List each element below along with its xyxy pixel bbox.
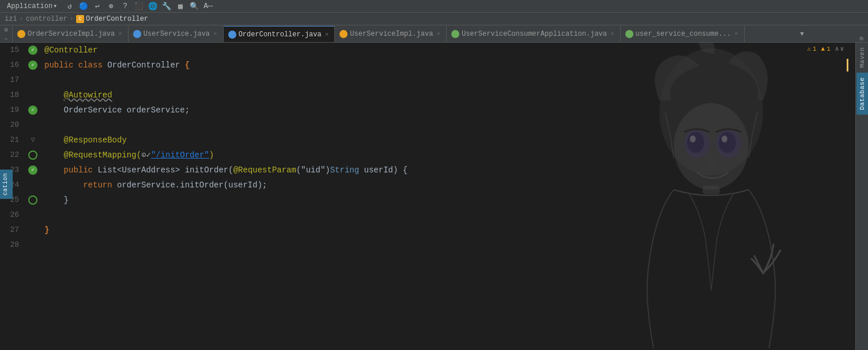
scroll-marker: [847, 59, 848, 71]
tab-label: UserServiceConsumerApplication.java: [462, 30, 607, 38]
toolbar-help-icon[interactable]: ?: [119, 0, 131, 13]
code-text-17: [40, 73, 855, 88]
tab-label: OrderController.java: [239, 31, 322, 39]
code-line-17: 17: [0, 73, 855, 88]
code-text-25: }: [40, 193, 855, 208]
error-count: 1: [827, 46, 831, 52]
code-line-18: 18 @Autowired: [0, 88, 855, 103]
breakpoint-circle-25[interactable]: [28, 195, 37, 205]
toolbar-settings-icon[interactable]: 🔧: [160, 0, 173, 13]
warning-nav[interactable]: ∧ ∨: [835, 45, 844, 52]
code-line-20: 20: [0, 118, 855, 133]
tab-icon-green: [451, 30, 459, 38]
tab-close-icon[interactable]: ×: [117, 30, 123, 38]
breadcrumb-controller[interactable]: controller: [26, 15, 67, 23]
gutter-22: [26, 148, 40, 163]
sidebar-tab-database[interactable]: Database: [856, 73, 868, 115]
gutter-16: ✓: [26, 58, 40, 73]
tab-icon-green: [625, 30, 633, 38]
toolbar-back-icon[interactable]: ↺: [63, 0, 76, 13]
code-text-19: OrderService orderService;: [40, 103, 855, 118]
code-text-22: @RequestMapping(⊙✓"/initOrder"): [40, 148, 855, 163]
tab-label: UserServiceImpl.java: [350, 30, 433, 38]
warning-triangle-icon: ⚠: [807, 45, 811, 52]
code-text-21: @ResponseBody: [40, 133, 855, 148]
tab-close-icon[interactable]: ×: [324, 31, 330, 39]
tab-label: UserService.java: [144, 30, 210, 38]
toolbar-undo-icon[interactable]: ↩: [91, 0, 104, 13]
settings-icon[interactable]: ⚙: [1, 26, 12, 33]
toolbar-blue-icon[interactable]: 🔵: [77, 0, 90, 13]
tab-ordercontroller[interactable]: OrderController.java ×: [224, 26, 335, 42]
menu-bar: Application ▼ ↺ 🔵 ↩ ⊕ ? ⬛ 🌐 🔧 ▦ 🔍 A↔: [0, 0, 868, 13]
gutter-15: ✓: [26, 43, 40, 58]
nav-down-icon[interactable]: ∨: [840, 45, 844, 52]
code-text-16: public class OrderController {: [40, 58, 855, 73]
gutter-20: [26, 118, 40, 133]
gutter-17: [26, 73, 40, 88]
tab-close-icon[interactable]: ×: [435, 30, 441, 38]
breadcrumb-izi[interactable]: izi: [5, 15, 17, 23]
tab-orderserviceimpl[interactable]: OrderServiceImpl.java ×: [13, 26, 129, 42]
tab-icon-orange: [339, 30, 348, 38]
line-num-28: 28: [0, 238, 26, 253]
toolbar-grid-icon[interactable]: ▦: [174, 0, 187, 13]
tab-userserviceconsumerapplication[interactable]: UserServiceConsumerApplication.java ×: [447, 26, 621, 42]
tab-label: OrderServiceImpl.java: [28, 30, 115, 38]
tab-close-icon[interactable]: ×: [212, 30, 218, 38]
code-text-28: [40, 238, 855, 253]
side-panel-cation[interactable]: cation: [0, 170, 13, 199]
warning-badge: ⚠ 1: [807, 45, 816, 52]
tab-icon-blue: [133, 30, 141, 38]
tabs-dropdown-button[interactable]: ▼: [797, 26, 807, 42]
code-line-15: 15 ✓ @Controller: [0, 43, 855, 58]
gutter-28: [26, 238, 40, 253]
toolbar-translate-icon[interactable]: A↔: [202, 0, 214, 13]
toolbar-search-icon[interactable]: 🔍: [188, 0, 201, 13]
breakpoint-icon-16[interactable]: ✓: [28, 61, 37, 70]
gutter-27: [26, 223, 40, 238]
breadcrumb-sep-2: ›: [70, 15, 74, 23]
sidebar-tab-maven[interactable]: Maven: [856, 43, 868, 73]
tab-userservice[interactable]: UserService.java ×: [129, 26, 224, 42]
tab-userserviceimpl[interactable]: UserServiceImpl.java ×: [335, 26, 447, 42]
line-num-26: 26: [0, 208, 26, 223]
tab-close-icon[interactable]: ×: [733, 30, 739, 38]
code-line-23: 23 ✓ public List<UserAddress> initOrder(…: [0, 163, 855, 178]
breakpoint-icon-23[interactable]: ✓: [28, 165, 37, 175]
toolbar-add-icon[interactable]: ⊕: [105, 0, 118, 13]
line-num-20: 20: [0, 118, 26, 133]
code-line-19: 19 ✓ OrderService orderService;: [0, 103, 855, 118]
tab-close-icon[interactable]: ×: [609, 30, 616, 38]
scroll-margin: [847, 43, 848, 350]
toolbar-web-icon[interactable]: 🌐: [146, 0, 159, 13]
minimize-icon[interactable]: –: [1, 35, 12, 42]
toolbar: ↺ 🔵 ↩ ⊕ ? ⬛ 🌐 🔧 ▦ 🔍 A↔: [63, 0, 214, 13]
error-badge: ▲ 1: [821, 46, 831, 52]
toolbar-stop-icon[interactable]: ⬛: [133, 0, 145, 13]
breakpoint-icon-19[interactable]: ✓: [28, 106, 37, 115]
breadcrumb-sep-1: ›: [20, 15, 24, 23]
nav-up-icon[interactable]: ∧: [835, 45, 839, 52]
gutter-25: [26, 193, 40, 208]
menu-application[interactable]: Application ▼: [2, 0, 61, 13]
code-line-26: 26: [0, 208, 855, 223]
breadcrumb-ordercontroller[interactable]: OrderController: [86, 15, 148, 23]
code-line-24: 24 return orderService.initOrder(userId)…: [0, 178, 855, 193]
code-text-20: [40, 118, 855, 133]
code-editor[interactable]: ⚠ 1 ▲ 1 ∧ ∨: [0, 43, 855, 350]
tab-icon-blue: [228, 31, 236, 39]
gutter-19: ✓: [26, 103, 40, 118]
warnings-bar: ⚠ 1 ▲ 1 ∧ ∨: [807, 45, 844, 52]
breadcrumb-class-icon: C: [76, 15, 84, 23]
code-text-27: }: [40, 223, 855, 238]
tab-userservice-consumer[interactable]: user_service_consume... ×: [621, 26, 745, 42]
code-text-18: @Autowired: [40, 88, 855, 103]
code-line-16: 16 ✓ public class OrderController {: [0, 58, 855, 73]
fold-arrow-21[interactable]: ▽: [31, 133, 35, 148]
main-area: cation ⚠ 1 ▲ 1 ∧ ∨: [0, 43, 868, 350]
breakpoint-icon-15[interactable]: ✓: [28, 46, 37, 55]
line-num-27: 27: [0, 223, 26, 238]
code-line-28: 28: [0, 238, 855, 253]
breakpoint-circle-22[interactable]: [28, 150, 37, 160]
